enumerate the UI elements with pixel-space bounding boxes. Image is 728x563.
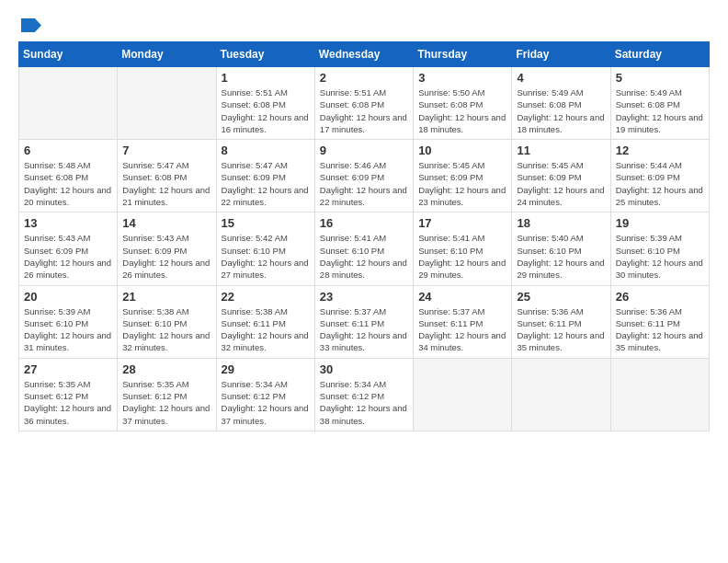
calendar-day-cell: 21Sunrise: 5:38 AM Sunset: 6:10 PM Dayli… [118,285,216,358]
calendar-day-cell: 10Sunrise: 5:45 AM Sunset: 6:09 PM Dayli… [414,140,512,213]
calendar-empty-cell [512,358,610,431]
day-info: Sunrise: 5:41 AM Sunset: 6:10 PM Dayligh… [320,232,408,281]
calendar-day-cell: 2Sunrise: 5:51 AM Sunset: 6:08 PM Daylig… [314,67,413,140]
day-number: 28 [122,362,210,376]
calendar-day-cell: 14Sunrise: 5:43 AM Sunset: 6:09 PM Dayli… [118,213,216,285]
day-number: 17 [418,216,506,230]
calendar-empty-cell [414,358,512,431]
calendar-header-thursday: Thursday [414,42,512,67]
logo [18,18,41,32]
calendar-header-wednesday: Wednesday [314,42,413,67]
day-info: Sunrise: 5:43 AM Sunset: 6:09 PM Dayligh… [24,232,112,281]
day-number: 23 [320,290,408,304]
calendar-day-cell: 5Sunrise: 5:49 AM Sunset: 6:08 PM Daylig… [610,67,709,140]
calendar-day-cell: 12Sunrise: 5:44 AM Sunset: 6:09 PM Dayli… [610,140,709,213]
calendar-day-cell: 27Sunrise: 5:35 AM Sunset: 6:12 PM Dayli… [19,358,118,431]
calendar-day-cell: 25Sunrise: 5:36 AM Sunset: 6:11 PM Dayli… [512,285,610,358]
calendar-day-cell: 16Sunrise: 5:41 AM Sunset: 6:10 PM Dayli… [314,213,413,285]
calendar-table: SundayMondayTuesdayWednesdayThursdayFrid… [18,41,710,431]
day-info: Sunrise: 5:39 AM Sunset: 6:10 PM Dayligh… [616,232,704,281]
day-number: 13 [24,216,112,230]
day-info: Sunrise: 5:50 AM Sunset: 6:08 PM Dayligh… [418,86,506,135]
calendar-empty-cell [610,358,709,431]
day-number: 10 [418,144,506,157]
day-info: Sunrise: 5:35 AM Sunset: 6:12 PM Dayligh… [122,378,210,427]
calendar-day-cell: 19Sunrise: 5:39 AM Sunset: 6:10 PM Dayli… [610,213,709,285]
day-info: Sunrise: 5:47 AM Sunset: 6:08 PM Dayligh… [122,159,210,208]
calendar-day-cell: 13Sunrise: 5:43 AM Sunset: 6:09 PM Dayli… [19,213,118,285]
calendar-day-cell: 30Sunrise: 5:34 AM Sunset: 6:12 PM Dayli… [314,358,413,431]
calendar-week-row: 20Sunrise: 5:39 AM Sunset: 6:10 PM Dayli… [19,285,710,358]
day-info: Sunrise: 5:45 AM Sunset: 6:09 PM Dayligh… [418,159,506,208]
calendar-day-cell: 9Sunrise: 5:46 AM Sunset: 6:09 PM Daylig… [314,140,413,213]
calendar-day-cell: 11Sunrise: 5:45 AM Sunset: 6:09 PM Dayli… [512,140,610,213]
calendar-day-cell: 4Sunrise: 5:49 AM Sunset: 6:08 PM Daylig… [512,67,610,140]
calendar-day-cell: 28Sunrise: 5:35 AM Sunset: 6:12 PM Dayli… [118,358,216,431]
day-info: Sunrise: 5:48 AM Sunset: 6:08 PM Dayligh… [24,159,112,208]
day-info: Sunrise: 5:43 AM Sunset: 6:09 PM Dayligh… [122,232,210,281]
day-number: 20 [24,290,112,304]
day-info: Sunrise: 5:38 AM Sunset: 6:11 PM Dayligh… [222,305,310,354]
day-number: 30 [320,362,408,376]
calendar-week-row: 1Sunrise: 5:51 AM Sunset: 6:08 PM Daylig… [19,67,710,140]
day-number: 18 [517,216,605,230]
calendar-day-cell: 22Sunrise: 5:38 AM Sunset: 6:11 PM Dayli… [216,285,314,358]
day-number: 6 [24,144,112,157]
day-number: 3 [418,71,506,85]
calendar-day-cell: 17Sunrise: 5:41 AM Sunset: 6:10 PM Dayli… [414,213,512,285]
calendar-empty-cell [118,67,216,140]
page-header [18,18,710,32]
day-info: Sunrise: 5:37 AM Sunset: 6:11 PM Dayligh… [320,305,408,354]
calendar-day-cell: 6Sunrise: 5:48 AM Sunset: 6:08 PM Daylig… [19,140,118,213]
day-number: 26 [616,290,704,304]
day-info: Sunrise: 5:41 AM Sunset: 6:10 PM Dayligh… [418,232,506,281]
calendar-day-cell: 26Sunrise: 5:36 AM Sunset: 6:11 PM Dayli… [610,285,709,358]
calendar-header-sunday: Sunday [19,42,118,67]
logo-icon [21,18,41,32]
calendar-empty-cell [19,67,118,140]
calendar-day-cell: 23Sunrise: 5:37 AM Sunset: 6:11 PM Dayli… [314,285,413,358]
calendar-header-tuesday: Tuesday [216,42,314,67]
day-number: 14 [122,216,210,230]
day-number: 9 [320,144,408,157]
calendar-header-monday: Monday [118,42,216,67]
day-info: Sunrise: 5:49 AM Sunset: 6:08 PM Dayligh… [616,86,704,135]
day-number: 24 [418,290,506,304]
day-info: Sunrise: 5:36 AM Sunset: 6:11 PM Dayligh… [616,305,704,354]
calendar-week-row: 13Sunrise: 5:43 AM Sunset: 6:09 PM Dayli… [19,213,710,285]
day-info: Sunrise: 5:51 AM Sunset: 6:08 PM Dayligh… [320,86,408,135]
calendar-day-cell: 15Sunrise: 5:42 AM Sunset: 6:10 PM Dayli… [216,213,314,285]
day-info: Sunrise: 5:45 AM Sunset: 6:09 PM Dayligh… [517,159,605,208]
day-number: 29 [222,362,310,376]
calendar-week-row: 27Sunrise: 5:35 AM Sunset: 6:12 PM Dayli… [19,358,710,431]
day-info: Sunrise: 5:38 AM Sunset: 6:10 PM Dayligh… [122,305,210,354]
day-info: Sunrise: 5:34 AM Sunset: 6:12 PM Dayligh… [222,378,310,427]
day-number: 27 [24,362,112,376]
day-info: Sunrise: 5:40 AM Sunset: 6:10 PM Dayligh… [517,232,605,281]
day-info: Sunrise: 5:51 AM Sunset: 6:08 PM Dayligh… [222,86,310,135]
day-number: 25 [517,290,605,304]
calendar-header-row: SundayMondayTuesdayWednesdayThursdayFrid… [19,42,710,67]
day-info: Sunrise: 5:34 AM Sunset: 6:12 PM Dayligh… [320,378,408,427]
day-number: 16 [320,216,408,230]
day-number: 19 [616,216,704,230]
day-info: Sunrise: 5:47 AM Sunset: 6:09 PM Dayligh… [222,159,310,208]
day-number: 8 [222,144,310,157]
calendar-day-cell: 1Sunrise: 5:51 AM Sunset: 6:08 PM Daylig… [216,67,314,140]
day-number: 12 [616,144,704,157]
day-info: Sunrise: 5:49 AM Sunset: 6:08 PM Dayligh… [517,86,605,135]
day-info: Sunrise: 5:35 AM Sunset: 6:12 PM Dayligh… [24,378,112,427]
calendar-header-friday: Friday [512,42,610,67]
day-number: 22 [222,290,310,304]
calendar-day-cell: 18Sunrise: 5:40 AM Sunset: 6:10 PM Dayli… [512,213,610,285]
calendar-day-cell: 7Sunrise: 5:47 AM Sunset: 6:08 PM Daylig… [118,140,216,213]
calendar-week-row: 6Sunrise: 5:48 AM Sunset: 6:08 PM Daylig… [19,140,710,213]
calendar-day-cell: 24Sunrise: 5:37 AM Sunset: 6:11 PM Dayli… [414,285,512,358]
day-number: 4 [517,71,605,85]
day-info: Sunrise: 5:37 AM Sunset: 6:11 PM Dayligh… [418,305,506,354]
day-number: 15 [222,216,310,230]
calendar-day-cell: 29Sunrise: 5:34 AM Sunset: 6:12 PM Dayli… [216,358,314,431]
day-number: 21 [122,290,210,304]
day-number: 2 [320,71,408,85]
day-info: Sunrise: 5:46 AM Sunset: 6:09 PM Dayligh… [320,159,408,208]
